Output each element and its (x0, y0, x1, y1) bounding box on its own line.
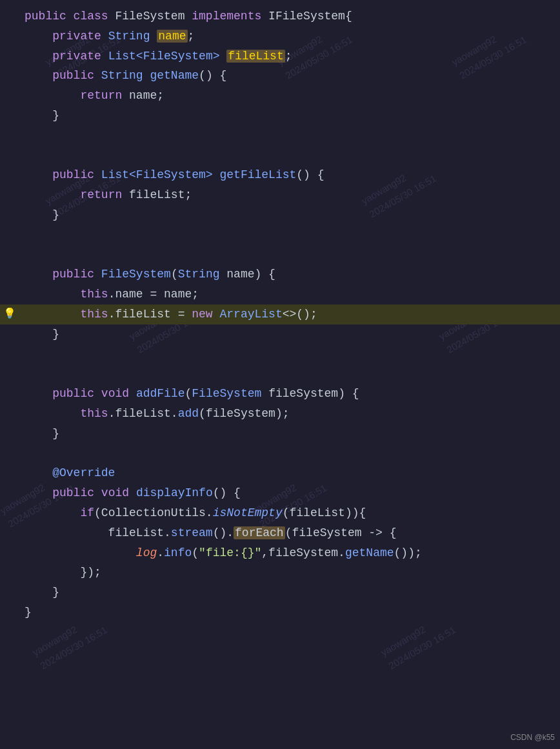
code-line-23: } (0, 583, 560, 603)
code-line-8: return fileList; (0, 185, 560, 205)
code-line-24: } (0, 603, 560, 623)
code-line-2: private String name; (0, 26, 560, 46)
line-content-12: this.fileList = new ArrayList<>(); (19, 305, 560, 324)
code-line-20: fileList.stream().forEach(fileSystem -> … (0, 523, 560, 543)
code-line-17: @Override (0, 463, 560, 483)
line-content-6: } (19, 106, 560, 125)
line-content-b2 (19, 146, 560, 165)
line-content-15: this.fileList.add(fileSystem); (19, 404, 560, 423)
line-content-7: public List<FileSystem> getFileList() { (19, 166, 560, 185)
line-content-20: fileList.stream().forEach(fileSystem -> … (19, 524, 560, 543)
line-content-13: } (19, 325, 560, 344)
line-content-5: return name; (19, 86, 560, 105)
line-content-18: public void displayInfo() { (19, 484, 560, 503)
line-content-b4 (19, 246, 560, 265)
line-content-23: } (19, 583, 560, 602)
line-content-b7 (19, 444, 560, 463)
code-line-19: if(CollectionUtils.isNotEmpty(fileList))… (0, 503, 560, 523)
line-content-14: public void addFile(FileSystem fileSyste… (19, 384, 560, 403)
line-content-11: this.name = name; (19, 285, 560, 304)
line-gutter-12: 💡 (0, 306, 19, 323)
line-content-16: } (19, 424, 560, 443)
line-content-2: private String name; (19, 27, 560, 46)
code-line-15: this.fileList.add(fileSystem); (0, 404, 560, 424)
line-content-1: public class FileSystem implements IFile… (19, 7, 560, 26)
line-content-4: public String getName() { (19, 66, 560, 85)
line-content-9: } (19, 206, 560, 225)
code-line-3: private List<FileSystem> fileList; (0, 46, 560, 66)
code-line-18: public void displayInfo() { (0, 483, 560, 503)
code-container: yaowang922024/05/30 16:51 yaowang922024/… (0, 0, 560, 749)
code-line-blank4 (0, 245, 560, 265)
code-line-9: } (0, 205, 560, 225)
code-line-22: }); (0, 563, 560, 583)
code-line-blank6 (0, 364, 560, 384)
code-line-13: } (0, 325, 560, 345)
code-line-blank7 (0, 444, 560, 464)
code-line-5: return name; (0, 86, 560, 106)
line-content-b6 (19, 365, 560, 383)
code-line-16: } (0, 424, 560, 444)
code-line-blank1 (0, 126, 560, 146)
code-line-12: 💡 this.fileList = new ArrayList<>(); (0, 305, 560, 325)
line-content-b5 (19, 345, 560, 364)
code-line-1: public class FileSystem implements IFile… (0, 6, 560, 26)
code-line-7: public List<FileSystem> getFileList() { (0, 165, 560, 185)
line-content-10: public FileSystem(String name) { (19, 265, 560, 284)
line-content-21: log.info("file:{}",fileSystem.getName())… (19, 544, 560, 563)
line-content-b1 (19, 126, 560, 145)
code-line-10: public FileSystem(String name) { (0, 265, 560, 285)
line-content-19: if(CollectionUtils.isNotEmpty(fileList))… (19, 504, 560, 523)
code-line-14: public void addFile(FileSystem fileSyste… (0, 384, 560, 404)
line-content-8: return fileList; (19, 186, 560, 205)
code-line-blank3 (0, 225, 560, 245)
csdn-badge: CSDN @k55 (510, 732, 555, 744)
line-content-24: } (19, 603, 560, 622)
code-line-6: } (0, 106, 560, 126)
code-line-blank2 (0, 146, 560, 166)
code-line-blank5 (0, 345, 560, 365)
line-content-17: @Override (19, 464, 560, 483)
code-line-4: public String getName() { (0, 66, 560, 86)
line-content-b3 (19, 226, 560, 245)
code-line-21: log.info("file:{}",fileSystem.getName())… (0, 543, 560, 563)
line-content-22: }); (19, 563, 560, 582)
line-content-3: private List<FileSystem> fileList; (19, 47, 560, 66)
code-line-11: this.name = name; (0, 285, 560, 305)
